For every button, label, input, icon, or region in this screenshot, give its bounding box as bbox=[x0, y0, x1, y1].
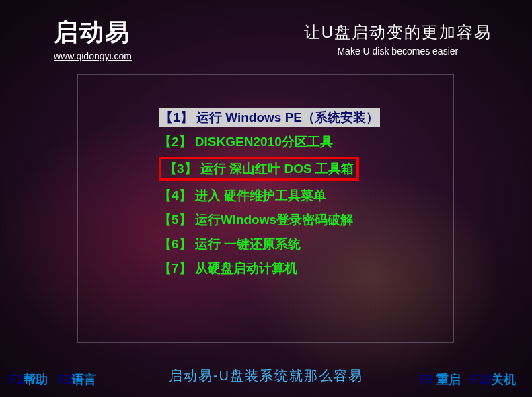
menu-item-4[interactable]: 【4】 进入 硬件维护工具菜单 bbox=[159, 186, 326, 205]
slogan-block: 让U盘启动变的更加容易 Make U disk becomes easier bbox=[304, 22, 492, 57]
fkey-f9[interactable]: F9 重启 bbox=[419, 373, 461, 386]
fkey-f2[interactable]: F2语言 bbox=[58, 373, 96, 386]
menu-item-5[interactable]: 【5】 运行Windows登录密码破解 bbox=[159, 211, 353, 229]
fkey-f1[interactable]: F1帮助 bbox=[9, 373, 48, 386]
menu-item-1[interactable]: 【1】 运行 Windows PE（系统安装） bbox=[159, 108, 380, 127]
fkeys-right: F9 重启 F10关机 bbox=[419, 371, 523, 388]
header: 启动易 www.qidongyi.com 让U盘启动变的更加容易 Make U … bbox=[0, 16, 532, 61]
slogan-en: Make U disk becomes easier bbox=[304, 46, 492, 57]
fkeys-left: F1帮助 F2语言 bbox=[9, 371, 103, 388]
menu-item-6[interactable]: 【6】 运行 一键还原系统 bbox=[159, 235, 301, 254]
slogan-cn: 让U盘启动变的更加容易 bbox=[304, 22, 492, 43]
logo-url: www.qidongyi.com bbox=[54, 50, 132, 61]
logo-title: 启动易 bbox=[54, 16, 132, 49]
logo-block: 启动易 www.qidongyi.com bbox=[54, 16, 132, 61]
menu-item-2[interactable]: 【2】 DISKGEN2010分区工具 bbox=[159, 133, 333, 151]
boot-menu-panel: 【1】 运行 Windows PE（系统安装） 【2】 DISKGEN2010分… bbox=[77, 74, 454, 343]
fkey-f10[interactable]: F10关机 bbox=[471, 373, 516, 386]
menu-item-7[interactable]: 【7】 从硬盘启动计算机 bbox=[159, 259, 297, 278]
menu-item-3[interactable]: 【3】 运行 深山红叶 DOS 工具箱 bbox=[159, 157, 359, 181]
